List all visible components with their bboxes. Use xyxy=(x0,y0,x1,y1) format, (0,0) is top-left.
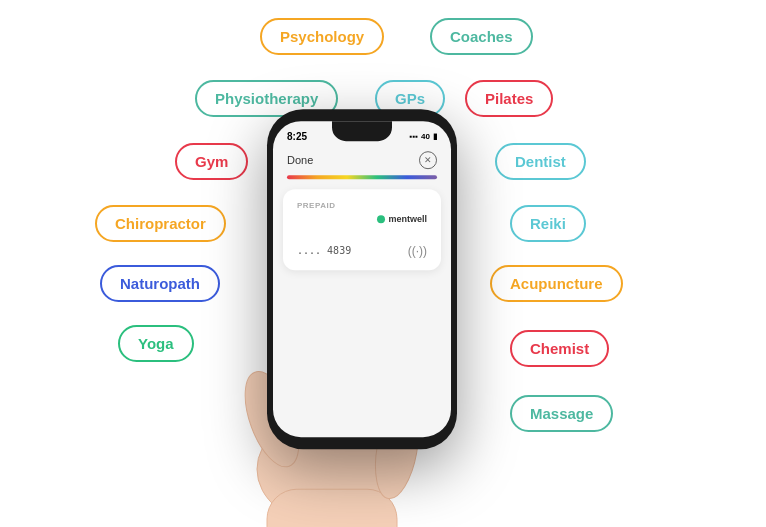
nfc-icon: ((·)) xyxy=(408,244,427,258)
tag-reiki[interactable]: Reiki xyxy=(510,205,586,242)
status-icons: ▪▪▪ 40 ▮ xyxy=(410,132,437,141)
battery-icon: ▮ xyxy=(433,132,437,141)
card-logo-row: mentwell xyxy=(297,214,427,224)
tag-pilates[interactable]: Pilates xyxy=(465,80,553,117)
brand-name: mentwell xyxy=(388,214,427,224)
tag-gym[interactable]: Gym xyxy=(175,143,248,180)
tag-acupuncture[interactable]: Acupuncture xyxy=(490,265,623,302)
card-number-row: .... 4839 ((·)) xyxy=(297,244,427,258)
phone-body: 8:25 ▪▪▪ 40 ▮ Done ✕ PREPAID mentwell xyxy=(267,109,457,449)
tag-coaches[interactable]: Coaches xyxy=(430,18,533,55)
svg-rect-3 xyxy=(267,489,397,527)
wifi-icon: 40 xyxy=(421,132,430,141)
color-bar xyxy=(287,175,437,179)
tag-naturopath[interactable]: Naturopath xyxy=(100,265,220,302)
status-time: 8:25 xyxy=(287,131,307,142)
tag-chemist[interactable]: Chemist xyxy=(510,330,609,367)
close-icon: ✕ xyxy=(419,151,437,169)
phone-header: Done ✕ xyxy=(273,149,451,175)
tag-yoga[interactable]: Yoga xyxy=(118,325,194,362)
card-label: PREPAID xyxy=(297,201,427,210)
mentwell-dot xyxy=(377,215,385,223)
signal-icon: ▪▪▪ xyxy=(410,132,419,141)
tag-psychology[interactable]: Psychology xyxy=(260,18,384,55)
phone-mockup: 8:25 ▪▪▪ 40 ▮ Done ✕ PREPAID mentwell xyxy=(267,89,467,469)
done-label: Done xyxy=(287,154,313,166)
phone-screen: 8:25 ▪▪▪ 40 ▮ Done ✕ PREPAID mentwell xyxy=(273,121,451,437)
tag-chiropractor[interactable]: Chiropractor xyxy=(95,205,226,242)
phone-notch xyxy=(332,121,392,141)
mentwell-logo: mentwell xyxy=(377,214,427,224)
card-number: .... 4839 xyxy=(297,245,351,256)
tag-dentist[interactable]: Dentist xyxy=(495,143,586,180)
tag-massage[interactable]: Massage xyxy=(510,395,613,432)
card-area: PREPAID mentwell .... 4839 ((·)) xyxy=(283,189,441,270)
